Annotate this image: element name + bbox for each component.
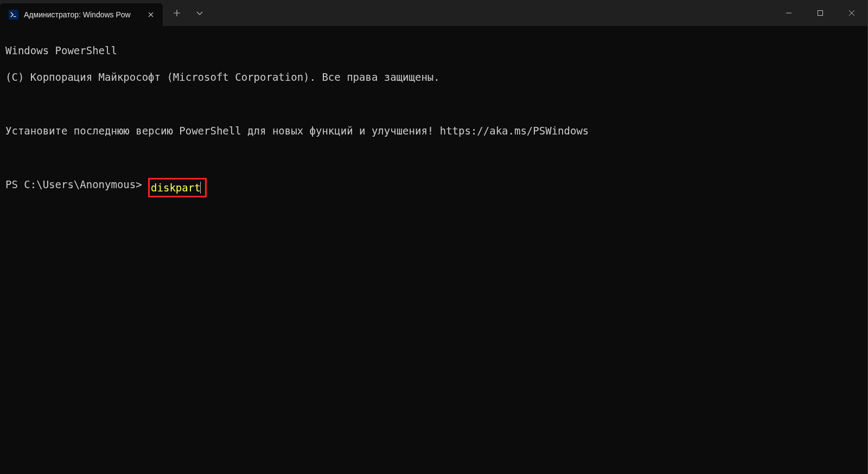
terminal-content[interactable]: Windows PowerShell (C) Корпорация Майкро…: [0, 26, 867, 209]
prompt-text: PS C:\Users\Anonymous>: [5, 178, 148, 190]
command-text: diskpart: [151, 182, 201, 194]
text-cursor: [200, 182, 201, 194]
close-button[interactable]: [836, 0, 867, 26]
output-line: Windows PowerShell: [5, 44, 862, 57]
tab-dropdown-button[interactable]: [189, 2, 210, 24]
output-line: (C) Корпорация Майкрософт (Microsoft Cor…: [5, 71, 862, 84]
output-line: Установите последнюю версию PowerShell д…: [5, 124, 862, 138]
powershell-icon: [9, 10, 18, 20]
window-controls: [773, 0, 867, 26]
command-highlight-box: diskpart: [148, 178, 207, 198]
tabbar-controls: [163, 0, 210, 26]
output-line: [5, 151, 862, 164]
svg-rect-0: [818, 11, 823, 16]
titlebar: Администратор: Windows Pow: [0, 0, 867, 26]
tab-title: Администратор: Windows Pow: [24, 10, 140, 19]
new-tab-button[interactable]: [166, 2, 188, 24]
minimize-button[interactable]: [773, 0, 805, 26]
maximize-button[interactable]: [805, 0, 836, 26]
prompt-line: PS C:\Users\Anonymous> diskpart: [5, 178, 862, 191]
tab-close-button[interactable]: [145, 9, 156, 20]
active-tab[interactable]: Администратор: Windows Pow: [0, 3, 163, 26]
titlebar-left: Администратор: Windows Pow: [0, 0, 210, 26]
output-line: [5, 97, 862, 111]
